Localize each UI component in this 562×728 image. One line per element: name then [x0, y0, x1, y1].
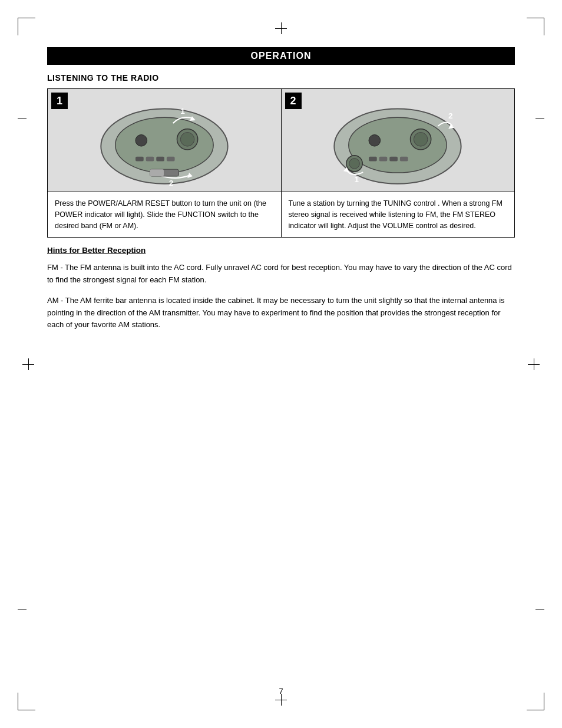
svg-rect-3: [146, 156, 154, 161]
page: OPERATION LISTENING TO THE RADIO 1: [0, 0, 562, 728]
svg-rect-14: [150, 169, 163, 176]
svg-text:1: 1: [355, 174, 359, 183]
content: OPERATION LISTENING TO THE RADIO 1: [47, 47, 515, 331]
svg-rect-20: [400, 156, 408, 161]
step1-badge: 1: [51, 93, 68, 109]
step1-illustration: 1 2: [59, 94, 269, 187]
step2-image: 2: [282, 89, 515, 192]
svg-point-8: [180, 132, 194, 146]
tick-left-top: [18, 118, 27, 118]
svg-point-16: [349, 117, 447, 173]
tick-right-bottom: [535, 610, 544, 610]
svg-text:2: 2: [169, 178, 174, 186]
section-title: LISTENING TO THE RADIO: [47, 73, 515, 83]
svg-rect-18: [379, 156, 388, 161]
hints-title: Hints for Better Reception: [47, 246, 515, 255]
svg-point-23: [414, 132, 428, 146]
tick-left-bottom: [18, 610, 27, 610]
step1-column: 1: [48, 89, 282, 237]
svg-point-29: [349, 158, 360, 169]
corner-mark-top-left: [18, 18, 35, 35]
crosshair-bottom: [275, 694, 287, 706]
svg-point-6: [135, 134, 147, 146]
svg-rect-17: [369, 156, 377, 161]
crosshair-top: [275, 22, 287, 34]
step2-badge: 2: [285, 93, 302, 109]
page-number: 7: [279, 687, 283, 696]
crosshair-left: [22, 358, 34, 370]
fm-hint: FM - The FM antenna is built into the AC…: [47, 262, 515, 286]
crosshair-right: [528, 358, 540, 370]
step1-image: 1: [48, 89, 281, 192]
svg-text:1: 1: [180, 107, 185, 116]
tick-right-top: [535, 118, 544, 118]
svg-rect-2: [135, 156, 144, 161]
svg-point-21: [369, 134, 381, 146]
corner-mark-bottom-right: [527, 693, 544, 710]
svg-text:2: 2: [448, 111, 453, 120]
corner-mark-top-right: [527, 18, 544, 35]
corner-mark-bottom-left: [18, 693, 35, 710]
step2-illustration: 1 2: [293, 94, 503, 187]
svg-rect-5: [167, 156, 175, 161]
svg-rect-4: [156, 156, 164, 161]
step2-text: Tune a station by turning the TUNING con…: [282, 192, 515, 237]
operation-header: OPERATION: [47, 47, 515, 65]
am-hint: AM - The AM ferrite bar antenna is locat…: [47, 295, 515, 331]
instruction-grid: 1: [47, 88, 515, 238]
step2-column: 2: [282, 89, 515, 237]
svg-point-1: [115, 117, 213, 173]
svg-rect-19: [390, 156, 398, 161]
step1-text: Press the POWER/ALARM RESET button to tu…: [48, 192, 281, 237]
